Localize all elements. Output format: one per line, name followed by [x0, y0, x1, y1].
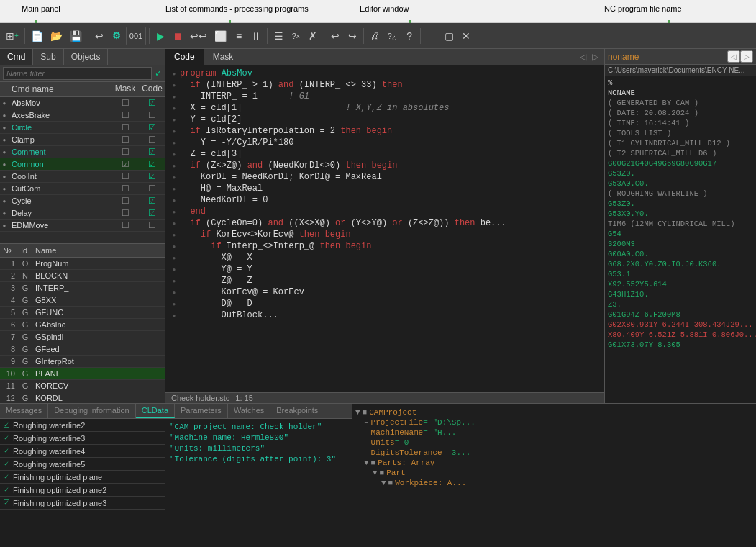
code-line-8: ● Z = cld[3]	[165, 149, 604, 161]
nc-line-g53z: G53Z0.	[608, 168, 753, 178]
param-list: 1OProgNum 2NBLOCKN 3GINTERP_ 4GG8XX 5GGF…	[0, 258, 165, 404]
param-row-4[interactable]: 4GG8XX	[0, 294, 165, 307]
tab-objects[interactable]: Objects	[64, 49, 109, 65]
nc-program-title[interactable]: noname	[608, 52, 727, 62]
middle-panel: Code Mask ◁ ▷ ● program AbsMov ● if (INT…	[165, 49, 605, 403]
toolbar-replay-btn[interactable]: ↩↩	[187, 27, 210, 45]
toolbar-new-btn[interactable]: 📄	[28, 27, 46, 45]
file-item-4[interactable]: ☑Roughing waterline5	[0, 458, 165, 471]
toolbar-home-btn[interactable]: ⊞+	[3, 27, 22, 45]
toolbar-close-btn[interactable]: ✕	[458, 27, 474, 45]
param-row-12[interactable]: 12GKORDL	[0, 392, 165, 404]
cmd-code-edmmove: ☐	[140, 220, 165, 230]
cmd-row-clamp[interactable]: ● Clamp ☐ ☐	[0, 134, 165, 146]
nc-line-x92: X92.552Y5.614	[608, 279, 753, 289]
param-row-1[interactable]: 1OProgNum	[0, 258, 165, 270]
cmd-row-delay[interactable]: ● Delay ☐ ☑	[0, 207, 165, 220]
cmd-name-comment: Comment	[9, 147, 111, 157]
tab-debug[interactable]: Debuging information	[48, 404, 136, 418]
tab-mask[interactable]: Mask	[204, 49, 243, 65]
cmd-row-cycle[interactable]: ● Cycle ☐ ☑	[0, 195, 165, 207]
cmd-row-cutcom[interactable]: ● CutCom ☐ ☐	[0, 183, 165, 195]
right-scroll-up-btn[interactable]: ◁	[727, 50, 740, 63]
file-item-7[interactable]: ☑Finishing optimized plane3	[0, 497, 165, 510]
toolbar-num-btn[interactable]: 001	[126, 27, 146, 45]
file-item-3[interactable]: ☑Roughing waterline4	[0, 445, 165, 458]
nc-line-t2: ( T2 SPHERICAL_MILL D6 )	[608, 148, 753, 158]
param-row-5[interactable]: 5GGFUNC	[0, 307, 165, 319]
cmd-row-coolint[interactable]: ● CoolInt ☐ ☑	[0, 171, 165, 183]
file-item-1[interactable]: ☑Roughing waterline2	[0, 419, 165, 432]
toolbar-forward-btn[interactable]: ↪	[345, 27, 360, 45]
cmd-row-edmmove[interactable]: ● EDMMove ☐ ☐	[0, 220, 165, 232]
tab-cldata[interactable]: CLData	[136, 404, 175, 418]
code-editor-area[interactable]: ● program AbsMov ● if (INTERP_ > 1) and …	[165, 65, 604, 392]
cmd-col-mask-header: Mask	[111, 83, 140, 95]
toolbar-close-x-btn[interactable]: ✗	[305, 27, 321, 45]
tab-cmd[interactable]: Cmd	[0, 49, 33, 65]
code-line-17: ● X@ = X	[165, 253, 604, 264]
cmd-row-circle[interactable]: ● Circle ☐ ☑	[0, 122, 165, 134]
cmd-mask-circle: ☐	[111, 122, 140, 132]
file-item-2[interactable]: ☑Roughing waterline3	[0, 432, 165, 445]
param-row-11[interactable]: 11GKORECV	[0, 380, 165, 392]
toolbar-box-btn[interactable]: ⬜	[211, 27, 229, 45]
cmd-row-common[interactable]: ● Common ☑ ☑	[0, 158, 165, 171]
editor-nav-back[interactable]: ◁	[577, 50, 589, 63]
toolbar-restore-btn[interactable]: ▢	[441, 27, 457, 45]
tab-watches[interactable]: Watches	[228, 404, 270, 418]
param-row-2[interactable]: 2NBLOCKN	[0, 270, 165, 282]
param-row-10[interactable]: 10GPLANE	[0, 368, 165, 380]
cmd-row-absmov[interactable]: ● AbsMov ☐ ☑	[0, 97, 165, 109]
toolbar-menu-btn[interactable]: ☰	[270, 27, 286, 45]
right-scroll-down-btn[interactable]: ▷	[740, 50, 753, 63]
param-row-8[interactable]: 8GGFeed	[0, 343, 165, 356]
file-item-5[interactable]: ☑Finishing optimized plane	[0, 471, 165, 484]
toolbar-undo-btn[interactable]: ↩	[91, 27, 107, 45]
toolbar-back-btn[interactable]: ↩	[327, 27, 343, 45]
editor-nav-forward[interactable]: ▷	[589, 50, 601, 63]
cmd-row-comment[interactable]: ● Comment ☐ ☑	[0, 146, 165, 158]
toolbar-save-btn[interactable]: 💾	[67, 27, 85, 45]
code-line-2: ● if (INTERP_ > 1) and (INTERP_ <> 33) t…	[165, 80, 604, 91]
tab-messages[interactable]: Messages	[0, 404, 48, 418]
code-line-15: ● if KorEcv<>KorEcv@ then begin	[165, 230, 604, 241]
tab-sub[interactable]: Sub	[33, 49, 63, 65]
code-line-13: ● end	[165, 207, 604, 218]
toolbar-play-btn[interactable]: ▶	[152, 27, 168, 45]
nc-line-rough: ( ROUGHING WATERLINE )	[608, 189, 753, 199]
cmd-name-axesbrake: AxesBrake	[9, 110, 111, 120]
toolbar-open-btn[interactable]: 📂	[47, 27, 65, 45]
tab-parameters[interactable]: Parameters	[175, 404, 228, 418]
param-row-6[interactable]: 6GGAbsInc	[0, 319, 165, 331]
param-row-3[interactable]: 3GINTERP_	[0, 282, 165, 294]
tab-code[interactable]: Code	[165, 49, 204, 65]
toolbar-help-x-btn[interactable]: ?x	[288, 27, 304, 45]
toolbar-stop-btn[interactable]: ⏹	[170, 27, 186, 45]
code-line-11: ● H@ = MaxReal	[165, 184, 604, 195]
toolbar-pause-btn[interactable]: ⏸	[248, 27, 264, 45]
nc-line-g54: G54	[608, 229, 753, 239]
toolbar-print-btn[interactable]: 🖨	[367, 27, 383, 45]
tab-breakpoints[interactable]: Breakpoints	[270, 404, 324, 418]
bullet-circle: ●	[0, 125, 9, 131]
param-table-header: № Id Name	[0, 243, 165, 258]
toolbar-minimize-btn[interactable]: —	[424, 27, 440, 45]
code-line-19: ● Z@ = Z	[165, 276, 604, 287]
editor-tab-bar: Code Mask ◁ ▷	[165, 49, 604, 65]
cmd-name-delay: Delay	[9, 208, 111, 218]
cmd-mask-comment: ☐	[111, 147, 140, 157]
toolbar-cmd-btn[interactable]: ⚙	[109, 27, 124, 45]
file-item-6[interactable]: ☑Finishing optimized plane2	[0, 484, 165, 497]
toolbar-help3-btn[interactable]: ?	[401, 27, 417, 45]
nc-line-s200: S200M3	[608, 239, 753, 249]
toolbar-help2-btn[interactable]: ?¿	[384, 27, 400, 45]
name-filter-input[interactable]	[3, 67, 152, 80]
nc-file-path: C:\Users\maverick\Documents\ENCY NE...	[605, 65, 756, 76]
code-line-1: ● program AbsMov	[165, 68, 604, 80]
param-row-9[interactable]: 9GGInterpRot	[0, 356, 165, 368]
cmd-row-axesbrake[interactable]: ● AxesBrake ☐ ☐	[0, 109, 165, 122]
param-row-7[interactable]: 7GGSpindl	[0, 331, 165, 343]
toolbar-align-btn[interactable]: ≡	[231, 27, 247, 45]
annotation-main-panel: Main panel	[22, 4, 60, 13]
